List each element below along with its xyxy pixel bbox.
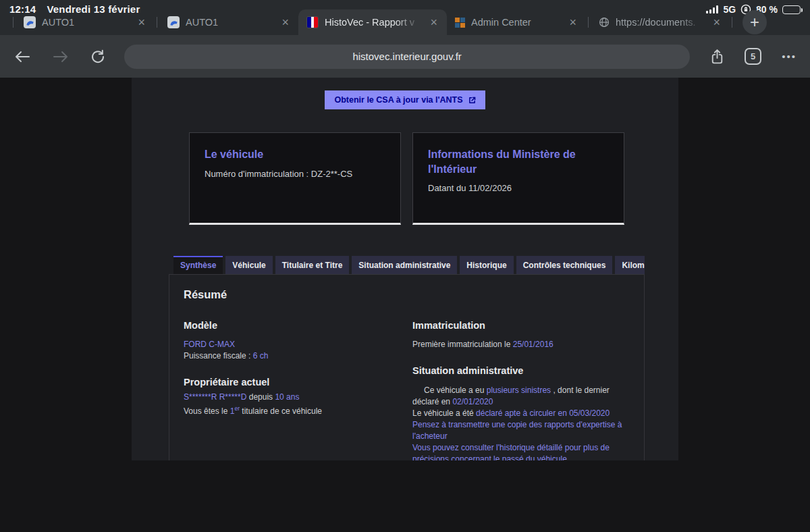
fiscal-power-label: Puissance fiscale : xyxy=(184,351,253,361)
browser-tab-documents[interactable]: https://documents. × xyxy=(591,9,730,35)
ipad-safari-screen: 12:14Vendredi 13 février 5G 80 % AUTO1 × xyxy=(0,0,810,532)
registration-heading: Immatriculation xyxy=(412,320,633,331)
fiscal-power-value: 6 ch xyxy=(253,351,269,361)
tab-historique[interactable]: Historique xyxy=(460,256,513,274)
situation-text: Le véhicule a été xyxy=(412,408,476,418)
close-tab-icon[interactable]: × xyxy=(429,15,439,30)
detailed-history-link[interactable]: Vous pouvez consulter l'historique détai… xyxy=(412,443,610,452)
vehicle-card-registration: Numéro d'immatriculation : DZ-2**-CS xyxy=(205,169,385,179)
tab-separator xyxy=(732,17,732,28)
tab-separator xyxy=(588,17,589,28)
sinistres-link[interactable]: plusieurs sinistres xyxy=(487,385,551,395)
summary-left-column: Modèle FORD C-MAX Puissance fiscale : 6 … xyxy=(184,320,399,460)
tab-title: AUTO1 xyxy=(186,17,274,28)
new-tab-button[interactable]: + xyxy=(742,10,767,34)
tab-kilometrage[interactable]: Kilométrage xyxy=(615,256,645,274)
situation-text: Ce véhicule a eu xyxy=(424,385,487,395)
resume-heading: Résumé xyxy=(184,288,633,301)
model-section: Modèle FORD C-MAX Puissance fiscale : 6 … xyxy=(184,320,399,362)
auto1-favicon xyxy=(167,16,180,28)
situation-text: , dont le dernier xyxy=(551,385,610,395)
ministry-card-date: Datant du 11/02/2026 xyxy=(428,183,609,193)
admin-situation-section: Situation administrative Ce véhicule a e… xyxy=(412,365,633,460)
browser-tabs-row: AUTO1 × AUTO1 × HistoVec - Rapport v × xyxy=(11,9,805,35)
browser-tab-histovec-active[interactable]: HistoVec - Rapport v × xyxy=(298,9,447,35)
model-name-link[interactable]: FORD C-MAX xyxy=(184,340,235,349)
vehicle-card: Le véhicule Numéro d'immatriculation : D… xyxy=(189,132,401,225)
sinistre-date: 02/01/2020 xyxy=(452,397,493,406)
admin-center-favicon xyxy=(455,18,465,28)
forward-button[interactable] xyxy=(52,50,70,63)
owner-section: Propriétaire actuel S*******R R*****D de… xyxy=(184,377,399,417)
close-tab-icon[interactable]: × xyxy=(280,15,290,30)
ministry-card: Informations du Ministère de l'Intérieur… xyxy=(412,132,624,225)
vehicle-card-title: Le véhicule xyxy=(205,147,385,162)
model-heading: Modèle xyxy=(184,320,399,331)
address-bar[interactable]: histovec.interieur.gouv.fr xyxy=(124,45,690,69)
registration-section: Immatriculation Première immatriculation… xyxy=(412,320,633,350)
titular-prefix: Vous êtes le xyxy=(184,406,230,416)
owner-duration: 10 ans xyxy=(275,392,299,402)
browser-tab-admin-center[interactable]: Admin Center × xyxy=(447,9,586,35)
expertise-advice-text: Pensez à transmettre une copie des rappo… xyxy=(412,420,622,429)
detailed-history-link[interactable]: précisions concernant le passé du véhicu… xyxy=(412,454,567,460)
first-registration-label: Première immatriculation le xyxy=(412,340,513,349)
external-link-icon xyxy=(468,97,476,104)
report-tab-bar: Synthèse Véhicule Titulaire et Titre Sit… xyxy=(169,256,645,274)
more-menu-button[interactable]: ••• xyxy=(782,51,796,62)
apte-a-circuler-text: déclaré apte à circuler en 05/03/2020 xyxy=(476,408,610,418)
browser-toolbar: histovec.interieur.gouv.fr 5 ••• xyxy=(0,35,810,78)
auto1-favicon xyxy=(24,16,36,28)
tab-title: AUTO1 xyxy=(42,17,130,28)
tab-controles-techniques[interactable]: Contrôles techniques xyxy=(516,256,613,274)
ants-csa-button[interactable]: Obtenir le CSA à jour via l'ANTS xyxy=(325,90,485,109)
back-button[interactable] xyxy=(14,50,31,63)
synthese-panel: Résumé Modèle FORD C-MAX Puissance fisca… xyxy=(169,274,645,460)
summary-cards: Le véhicule Numéro d'immatriculation : D… xyxy=(169,109,645,225)
tab-vehicule[interactable]: Véhicule xyxy=(225,256,272,274)
close-tab-icon[interactable]: × xyxy=(711,15,722,30)
tab-separator xyxy=(157,17,157,28)
tab-titulaire-et-titre[interactable]: Titulaire et Titre xyxy=(275,256,350,274)
admin-situation-heading: Situation administrative xyxy=(412,365,633,376)
expertise-advice-text: l'acheteur xyxy=(412,431,448,441)
ants-csa-button-label: Obtenir le CSA à jour via l'ANTS xyxy=(334,95,462,105)
titular-ordinal-suffix: er xyxy=(234,405,240,412)
close-tab-icon[interactable]: × xyxy=(568,15,578,30)
titular-rest: titulaire de ce véhicule xyxy=(240,406,322,416)
first-registration-date: 25/01/2016 xyxy=(513,340,554,349)
owner-name: S*******R R*****D xyxy=(184,392,246,402)
tab-title: https://documents. xyxy=(616,17,705,28)
webpage-viewport: Obtenir le CSA à jour via l'ANTS Le véhi… xyxy=(0,78,810,460)
tab-separator xyxy=(13,17,14,28)
globe-icon xyxy=(599,17,610,28)
tab-title: Admin Center xyxy=(471,17,562,28)
browser-tab-auto1-1[interactable]: AUTO1 × xyxy=(16,9,155,35)
report-content: Le véhicule Numéro d'immatriculation : D… xyxy=(169,109,645,460)
admin-situation-text: Ce véhicule a eu plusieurs sinistres , d… xyxy=(412,385,633,460)
share-icon[interactable] xyxy=(710,49,724,65)
histovec-page: Obtenir le CSA à jour via l'ANTS Le véhi… xyxy=(132,78,678,460)
owner-since-label: depuis xyxy=(246,392,275,402)
ministry-card-title: Informations du Ministère de l'Intérieur xyxy=(428,147,609,176)
reload-button[interactable] xyxy=(90,49,105,64)
tab-synthese[interactable]: Synthèse xyxy=(173,256,223,274)
situation-text: déclaré en xyxy=(412,397,452,406)
url-text: histovec.interieur.gouv.fr xyxy=(352,51,461,62)
summary-right-column: Immatriculation Première immatriculation… xyxy=(412,320,633,460)
browser-tab-auto1-2[interactable]: AUTO1 × xyxy=(159,9,298,35)
owner-heading: Propriétaire actuel xyxy=(184,377,399,388)
close-tab-icon[interactable]: × xyxy=(136,15,146,30)
tab-situation-administrative[interactable]: Situation administrative xyxy=(352,256,457,274)
tab-overview-button[interactable]: 5 xyxy=(745,48,761,65)
france-flag-favicon xyxy=(306,16,319,28)
browser-tab-strip: 12:14Vendredi 13 février 5G 80 % AUTO1 × xyxy=(0,0,810,35)
tab-title: HistoVec - Rapport v xyxy=(325,17,423,28)
